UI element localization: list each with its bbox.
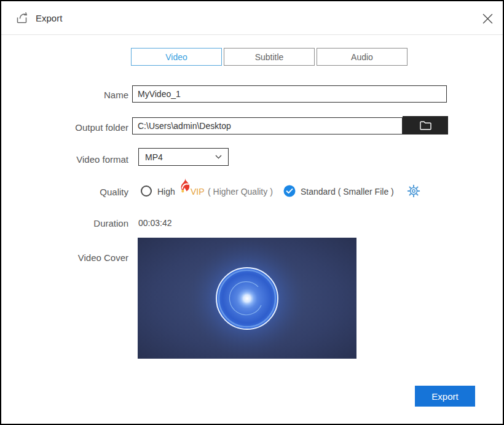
video-cover-thumbnail (138, 238, 356, 359)
tab-subtitle[interactable]: Subtitle (224, 48, 315, 66)
quality-high-note: ( Higher Quality ) (208, 187, 273, 197)
quality-high-radio[interactable] (141, 185, 152, 197)
output-folder-label: Output folder (1, 122, 128, 133)
tab-audio[interactable]: Audio (317, 48, 408, 66)
tab-video[interactable]: Video (131, 48, 222, 66)
export-share-icon (14, 9, 31, 26)
quality-high-label[interactable]: High (157, 187, 175, 197)
checked-circle-icon[interactable] (283, 185, 296, 197)
chevron-down-icon (215, 155, 222, 159)
close-button[interactable] (480, 11, 495, 26)
export-dialog: Export Video Subtitle Audio Name Output … (0, 0, 504, 425)
close-icon (482, 14, 493, 24)
browse-folder-button[interactable] (403, 116, 448, 135)
tab-subtitle-label: Subtitle (255, 52, 284, 62)
tab-video-label: Video (165, 52, 187, 62)
export-type-tabs: Video Subtitle Audio (131, 48, 409, 66)
export-button[interactable]: Export (415, 386, 475, 407)
duration-value: 00:03:42 (138, 218, 172, 228)
name-input[interactable] (132, 85, 447, 103)
video-format-select[interactable]: MP4 (138, 148, 229, 166)
quality-label: Quality (1, 187, 128, 197)
titlebar: Export (1, 1, 503, 35)
duration-label: Duration (1, 218, 128, 228)
video-format-value: MP4 (145, 152, 163, 162)
dialog-title: Export (36, 1, 62, 35)
name-label: Name (1, 90, 128, 100)
gear-icon[interactable] (407, 184, 420, 198)
vip-badge: VIP (191, 187, 205, 197)
folder-icon (419, 120, 432, 131)
output-folder-input[interactable] (132, 117, 403, 135)
quality-standard-label[interactable]: Standard ( Smaller File ) (301, 187, 394, 197)
video-format-label: Video format (1, 154, 128, 165)
video-cover-label: Video Cover (1, 252, 128, 263)
tab-audio-label: Audio (351, 52, 373, 62)
